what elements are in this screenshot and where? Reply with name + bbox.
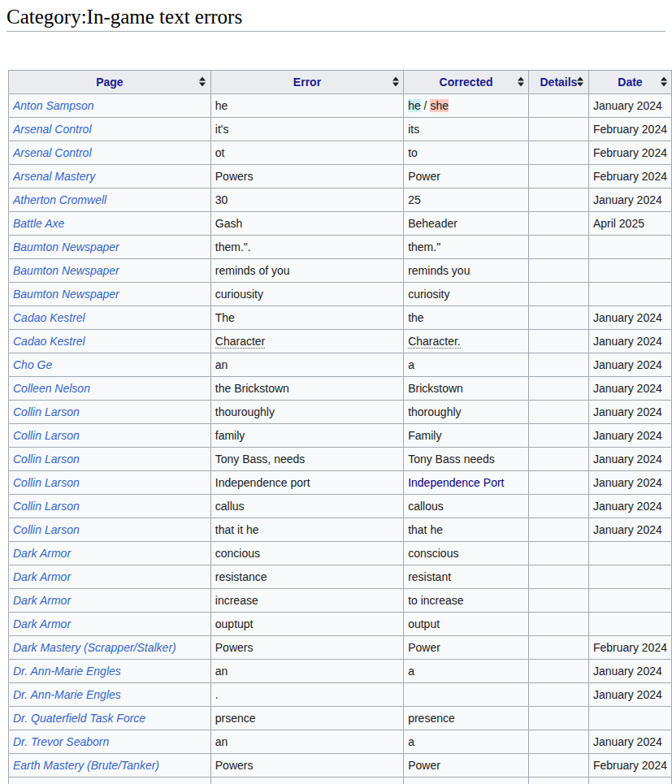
error-cell: callus (210, 495, 403, 518)
page-link[interactable]: Arsenal Control (13, 123, 92, 136)
column-header-corrected[interactable]: Corrected (404, 71, 529, 94)
column-header-page[interactable]: Page (9, 71, 211, 94)
error-cell: the Brickstown (210, 377, 403, 401)
corrected-cell: a (404, 353, 529, 377)
details-cell (529, 707, 589, 730)
corrected-cell: curiosity (404, 283, 529, 306)
page-link[interactable]: Arsenal Mastery (13, 170, 95, 183)
corrected-text: to (408, 146, 418, 159)
corrected-text: its (408, 123, 419, 136)
table-row: Dr. Quaterfield Task Forceprsencepresenc… (9, 707, 672, 730)
date-cell: January 2024 (588, 660, 671, 683)
error-cell: prsence (210, 707, 403, 730)
page-link[interactable]: Baumton Newspaper (13, 264, 119, 277)
page-link[interactable]: Dark Armor (13, 617, 71, 630)
page-link[interactable]: Collin Larson (13, 476, 80, 489)
corrected-text: the (408, 311, 423, 324)
error-text: prsence (215, 712, 256, 725)
details-cell (529, 660, 589, 683)
page-cell: Cho Ge (9, 353, 211, 377)
corrected-text: presence (408, 712, 455, 725)
details-cell (529, 448, 589, 471)
page-link[interactable]: Dr. Quaterfield Task Force (13, 712, 145, 725)
error-text: he (215, 99, 228, 112)
error-text: Powers (215, 759, 254, 772)
corrected-text: curiosity (408, 288, 449, 301)
corrected-cell: reminds you (404, 259, 529, 283)
error-cell: ot (210, 141, 403, 165)
page-link[interactable]: Earth Mastery (Brute/Tanker) (13, 759, 159, 772)
date-cell: February 2024 (588, 118, 671, 141)
page-cell: Dr. Quaterfield Task Force (9, 707, 211, 730)
page-link[interactable]: Cadao Kestrel (13, 311, 85, 324)
date-cell: January 2024 (588, 353, 671, 377)
page-link[interactable]: Dark Armor (13, 570, 71, 583)
corrected-text: output (408, 617, 440, 630)
corrected-text: Power (408, 641, 440, 654)
corrected-cell: Brickstown (404, 377, 529, 401)
page-link[interactable]: Baumton Newspaper (13, 240, 119, 253)
error-cell: 30 (210, 188, 403, 212)
page-cell: Dr. Ann-Marie Engles (9, 660, 211, 683)
page-link[interactable]: Atherton Cromwell (13, 193, 106, 206)
corrected-cell: that he (404, 518, 529, 542)
sort-icon[interactable] (517, 77, 524, 88)
page-link[interactable]: Dark Armor (13, 594, 71, 607)
page-cell: Dark Armor (9, 565, 211, 589)
page-link[interactable]: Collin Larson (13, 429, 80, 442)
table-row: Dark Armorconciousconscious (9, 542, 672, 565)
page-link[interactable]: Collin Larson (13, 453, 80, 466)
page-link[interactable]: Battle Axe (13, 217, 64, 230)
sort-icon[interactable] (660, 77, 667, 88)
highlighted-text: he (408, 99, 421, 112)
date-cell: January 2024 (588, 330, 671, 353)
corrected-text: callous (408, 500, 444, 513)
page-link[interactable]: Collin Larson (13, 500, 80, 513)
error-cell: reminds of you (210, 259, 403, 283)
column-header-date[interactable]: Date (588, 71, 671, 94)
page-link[interactable]: Dr. Ann-Marie Engles (13, 665, 121, 678)
error-text: 30 (215, 193, 228, 206)
column-header-label: Error (293, 76, 321, 89)
corrected-link[interactable]: Independence Port (408, 476, 504, 489)
page-link[interactable]: Collin Larson (13, 405, 80, 418)
page-link[interactable]: Dark Armor (13, 547, 71, 560)
sort-icon[interactable] (577, 77, 584, 88)
date-cell: January 2024 (588, 495, 671, 518)
corrected-text: Power (408, 170, 440, 183)
date-cell: January 2024 (588, 730, 671, 754)
date-cell: February 2024 (588, 754, 671, 778)
table-row: Dr. Trevor SeabornanaJanuary 2024 (9, 730, 672, 754)
page-cell: Collin Larson (9, 401, 211, 424)
page-link[interactable]: Dark Mastery (Scrapper/Stalker) (13, 641, 176, 654)
table-row: Collin LarsonIndependence portIndependen… (9, 471, 672, 495)
page-link[interactable]: Cho Ge (13, 358, 52, 371)
corrected-text: to increase (408, 594, 463, 607)
column-header-details[interactable]: Details (529, 71, 589, 94)
page-link[interactable]: Baumton Newspaper (13, 288, 119, 301)
page-link[interactable]: Anton Sampson (13, 99, 94, 112)
corrected-cell: them." (404, 236, 529, 259)
page-link[interactable]: Colleen Nelson (13, 382, 90, 395)
page-link[interactable]: Cadao Kestrel (13, 335, 85, 348)
page-container: Category:In-game text errors Page Error … (0, 0, 672, 784)
page-cell: Dark Mastery (Scrapper/Stalker) (9, 636, 211, 660)
column-header-error[interactable]: Error (210, 71, 403, 94)
page-link[interactable]: Collin Larson (13, 523, 80, 536)
page-link[interactable]: Dr. Ann-Marie Engles (13, 688, 121, 701)
page-link[interactable]: Dr. Trevor Seaborn (13, 735, 109, 748)
error-text: . (215, 688, 219, 701)
sort-icon[interactable] (199, 77, 206, 88)
corrected-cell: 25 (404, 188, 529, 212)
sort-icon[interactable] (392, 77, 399, 88)
error-text: an (215, 735, 228, 748)
details-cell (529, 565, 589, 589)
column-header-label: Details (540, 76, 578, 89)
error-text: family (215, 429, 245, 442)
details-cell (529, 730, 589, 754)
error-cell: that it he (210, 518, 403, 542)
page-link[interactable]: Arsenal Control (13, 146, 92, 159)
highlighted-text: she (430, 99, 449, 112)
error-text: Tony Bass, needs (215, 453, 306, 466)
page-cell: Collin Larson (9, 471, 211, 495)
